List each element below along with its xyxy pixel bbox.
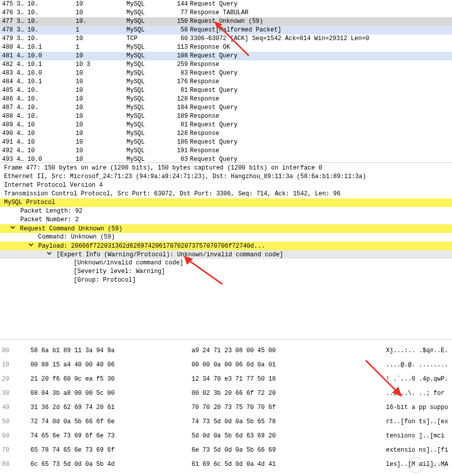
col-src: 10 [27,121,76,129]
col-info: Request Query [190,138,450,147]
packet-row[interactable]: 481 4…10.010MySQL108Request Query [0,52,452,60]
col-info: Response TABULAR [190,9,450,17]
packet-row[interactable]: 484 4…10.110MySQL176Response [0,78,452,86]
packet-row[interactable]: 487 4…10.10MySQL184Request Query [0,104,452,112]
packet-row[interactable]: 492 4…1010MySQL191Response [0,147,452,155]
hex-bytes: 08 04 3b a8 00 00 5c 00 [30,386,188,400]
col-src: 10. [27,35,76,43]
hex-offset: 80 [2,457,30,471]
col-protocol: MySQL [126,129,170,138]
hex-row[interactable]: 1000 88 15 a4 40 00 40 06 00 00 0a 00 06… [2,358,450,372]
packet-row[interactable]: 476 3…10.10MySQL77Response TABULAR [0,9,452,17]
col-length: 150 [170,17,190,26]
col-src: 10 [27,129,76,138]
col-src: 10.0 [27,155,76,162]
hex-offset: 20 [2,372,30,386]
col-length: 259 [170,60,190,69]
hex-ascii: ....@.@. ........ [386,358,450,372]
col-no: 488 4… [2,112,27,121]
hex-offset: 10 [2,358,30,372]
col-no: 492 4… [2,147,27,155]
col-info: Request Query [190,52,450,60]
hex-bytes: 21 20 f6 60 0c ea f5 30 [30,372,188,386]
packet-row[interactable]: 486 4…10.10MySQL128Response [0,95,452,104]
detail-packet-number[interactable]: Packet Number: 2 [0,216,452,224]
detail-frame[interactable]: Frame 477: 150 bytes on wire (1200 bits)… [0,164,452,173]
packet-row[interactable]: 491 4…1010MySQL186Request Query [0,138,452,147]
hex-row[interactable]: 4031 36 2d 62 69 74 20 61 70 70 20 73 75… [2,400,450,415]
chevron-down-icon[interactable] [27,242,35,250]
packet-list: 475 3…10.10MySQL144Request Query476 3…10… [0,0,452,162]
hex-row[interactable]: 3008 04 3b a8 00 00 5c 00 00 02 3b 20 66… [2,386,450,400]
col-src: 10 [27,147,76,155]
col-info: Request Query [190,121,450,129]
hex-bytes: 12 34 70 e3 71 77 50 18 [188,372,386,386]
col-src2: 10. [76,17,126,26]
hex-row[interactable]: 7065 78 74 65 6e 73 69 6f 6e 73 5d 0d 0a… [2,443,450,457]
col-src2: 10 [76,129,126,138]
col-protocol: MySQL [126,95,170,104]
col-length: 81 [170,86,190,95]
col-info: Response [190,60,450,69]
hex-bytes: 74 73 5d 0d 0a 5b 65 78 [188,415,386,429]
col-src2: 10 [76,95,126,104]
hex-offset: 70 [2,443,30,457]
col-src: 10. [27,9,76,17]
hex-row[interactable]: 2021 20 f6 60 0c ea f5 30 12 34 70 e3 71… [2,372,450,386]
col-src: 10. [27,17,76,26]
chevron-down-icon[interactable] [9,224,16,233]
col-protocol: MySQL [126,43,170,52]
hex-bytes: 58 6a b1 89 11 3a 94 9a [30,344,188,358]
hex-row[interactable]: 5072 74 0d 0a 5b 66 6f 6e 74 73 5d 0d 0a… [2,415,450,429]
chevron-down-icon[interactable] [46,250,53,259]
col-src2: 1 [76,43,126,52]
packet-row[interactable]: 482 4…10.110 3MySQL259Response [0,60,452,69]
col-protocol: MySQL [126,9,170,17]
col-length: 191 [170,147,190,155]
detail-expert-group[interactable]: [Group: Protocol] [0,276,452,285]
col-protocol: TCP [126,35,170,43]
packet-row[interactable]: 493 4…10.010MySQL83Request Query [0,155,452,162]
col-no: 477 3… [2,17,27,26]
col-length: 83 [170,69,190,78]
hex-row[interactable]: 6074 65 6e 73 69 6f 6e 73 5d 0d 0a 5b 6d… [2,429,450,443]
col-src: 10.0 [27,69,76,78]
hex-row[interactable]: 806c 65 73 5d 0d 0a 5b 4d 61 69 6c 5d 0d… [2,457,450,471]
hex-bytes: 6c 65 73 5d 0d 0a 5b 4d [30,457,188,471]
packet-row[interactable]: 479 3…10.10TCP603306→63072 [ACK] Seq=154… [0,35,452,43]
col-no: 481 4… [2,52,27,60]
detail-mysql-protocol[interactable]: MySQL Protocol [0,198,452,207]
col-src2: 10 [76,52,126,60]
detail-expert-msg[interactable]: [Unknown/invalid command code] [0,259,452,267]
col-no: 478 3… [2,26,27,35]
col-info: 3306→63072 [ACK] Seq=1542 Ack=814 Win=29… [190,35,450,43]
packet-row[interactable]: 490 4…1010MySQL128Response [0,129,452,138]
packet-row[interactable]: 488 4…10.10MySQL189Response [0,112,452,121]
col-no: 493 4… [2,155,27,162]
detail-tcp[interactable]: Transmission Control Protocol, Src Port:… [0,190,452,198]
detail-expert-info[interactable]: [Expert Info (Warning/Protocol): Unknown… [0,250,452,259]
col-info: Request Query [190,104,450,112]
packet-row[interactable]: 483 4…10.010MySQL83Request Query [0,69,452,78]
detail-payload[interactable]: Payload: 20666f722031362d626974206170702… [0,242,452,250]
packet-row[interactable]: 478 3…10.1MySQL58Request[Malformed Packe… [0,26,452,35]
detail-packet-length[interactable]: Packet Length: 92 [0,207,452,216]
col-info: Response [190,147,450,155]
watermark-logo: CX 创新互联 [407,457,448,473]
col-src2: 10 [76,155,126,162]
hex-row[interactable]: 0058 6a b1 89 11 3a 94 9a a9 24 71 23 08… [2,344,450,358]
packet-row[interactable]: 475 3…10.10MySQL144Request Query [0,0,452,9]
packet-row[interactable]: 477 3…10.10.MySQL150Request Unknown (59) [0,17,452,26]
col-src2: 10 [76,0,126,9]
detail-ip[interactable]: Internet Protocol Version 4 [0,181,452,190]
packet-row[interactable]: 480 4…10.11MySQL113Response OK [0,43,452,52]
detail-ethernet[interactable]: Ethernet II, Src: Microsof_24:71:23 (94:… [0,173,452,181]
packet-row[interactable]: 489 4…1010MySQL81Request Query [0,121,452,129]
detail-command[interactable]: Command: Unknown (59) [0,233,452,242]
packet-row[interactable]: 485 4…10.10MySQL81Request Query [0,86,452,95]
detail-request-command-label: Request Command Unknown (59) [20,225,122,232]
col-length: 189 [170,112,190,121]
detail-expert-severity[interactable]: [Severity level: Warning] [0,267,452,276]
detail-request-command[interactable]: Request Command Unknown (59) [0,224,452,233]
col-src: 10. [27,112,76,121]
